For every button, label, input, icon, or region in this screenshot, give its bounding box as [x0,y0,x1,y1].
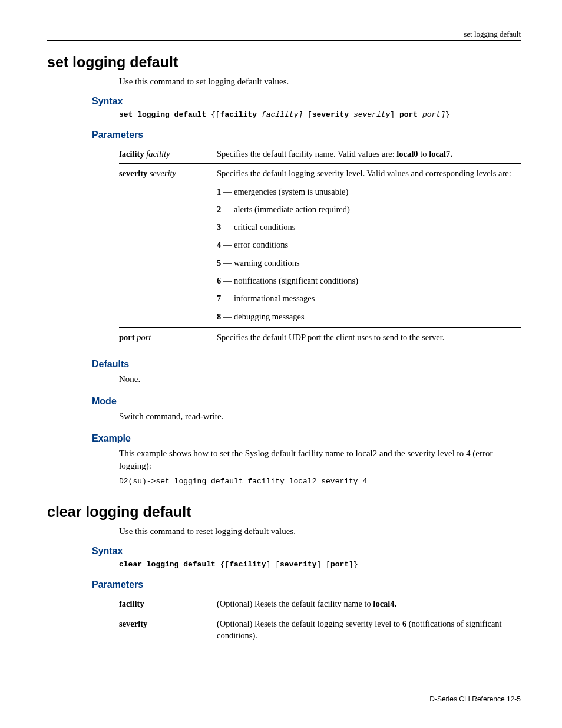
section1-intro: Use this command to set logging default … [119,77,521,87]
level-text: — notifications (significant conditions) [221,276,358,285]
desc-intro: Specifies the default logging severity l… [217,167,517,179]
desc-text: (Optional) Resets the default facility n… [217,599,373,608]
table-row: facility (Optional) Resets the default f… [119,594,521,614]
desc-bold: local0 [396,149,418,159]
syntax-mid2: ] [ [316,560,330,569]
level-text: — critical conditions [221,222,295,232]
list-item: 7 — informational messages [217,292,517,304]
param-desc-facility: Specifies the default facility name. Val… [217,144,521,164]
defaults-text: None. [119,373,521,386]
desc-text: (Optional) Resets the default logging se… [217,619,402,628]
table-row: severity (Optional) Resets the default l… [119,614,521,645]
parameters-table: facility (Optional) Resets the default f… [119,594,521,645]
syntax-mid2: ] [390,110,399,119]
param-label-bold: severity [119,169,147,178]
parameters-heading: Parameters [92,579,521,590]
syntax-cmd: clear logging default [119,560,216,569]
syntax-heading: Syntax [92,546,521,556]
param-name-severity: severity severity [119,164,217,328]
desc-text: Specifies the default facility name. Val… [217,149,396,159]
syntax-close: ]} [349,560,358,569]
syntax-mid1: ] [ [266,560,280,569]
header-running-title: set logging default [47,29,521,41]
param-name-severity: severity [119,614,217,645]
syntax-kw-port: port [399,110,418,119]
syntax-mid1: [ [303,110,312,119]
syntax-kw-severity: severity [280,560,316,569]
param-name-port: port port [119,327,217,347]
level-text: — debugging messages [221,312,304,321]
example-code: D2(su)->set logging default facility loc… [119,477,521,486]
defaults-heading: Defaults [92,359,521,370]
syntax-line: set logging default {[facility facility]… [119,110,521,119]
level-text: — emergencies (system is unusable) [221,187,348,196]
syntax-heading: Syntax [92,96,521,107]
syntax-close: } [445,110,450,119]
list-item: 1 — emergencies (system is unusable) [217,186,517,197]
desc-text: to [418,149,429,159]
table-row: facility facility Specifies the default … [119,144,521,164]
syntax-open: {[ [216,560,229,569]
level-text: — error conditions [221,240,288,249]
list-item: 4 — error conditions [217,239,517,251]
table-row: severity severity Specifies the default … [119,164,521,328]
example-text: This example shows how to set the Syslog… [119,447,521,472]
syntax-arg-severity: severity [349,110,390,119]
level-text: — alerts (immediate action required) [221,205,350,214]
param-desc-severity: (Optional) Resets the default logging se… [217,614,521,645]
param-label-bold: facility [119,599,144,608]
param-label-ital: facility [144,149,170,159]
param-label-ital: severity [147,169,176,178]
table-row: port port Specifies the default UDP port… [119,327,521,347]
param-label-bold: facility [119,149,144,159]
syntax-cmd: set logging default [119,110,206,119]
param-name-facility: facility [119,594,217,614]
syntax-kw-severity: severity [312,110,349,119]
syntax-open: {[ [206,110,220,119]
param-desc-facility: (Optional) Resets the default facility n… [217,594,521,614]
level-text: — warning conditions [221,258,299,268]
syntax-line: clear logging default {[facility] [sever… [119,560,521,569]
syntax-kw-facility: facility [229,560,266,569]
param-desc-port: Specifies the default UDP port the clien… [217,327,521,347]
param-label-ital: port [135,332,151,342]
severity-levels: 1 — emergencies (system is unusable) 2 —… [217,186,517,322]
section2-intro: Use this command to reset logging defaul… [119,526,521,536]
param-label-bold: port [119,332,135,342]
page-footer: D-Series CLI Reference 12-5 [429,695,521,703]
param-label-bold: severity [119,619,147,628]
list-item: 5 — warning conditions [217,257,517,269]
param-name-facility: facility facility [119,144,217,164]
syntax-arg-port: port] [418,110,445,119]
mode-text: Switch command, read-write. [119,410,521,423]
level-text: — informational messages [221,294,315,303]
parameters-heading: Parameters [92,130,521,140]
example-heading: Example [92,433,521,444]
desc-bold: local4. [373,599,396,608]
syntax-kw-port: port [330,560,349,569]
list-item: 2 — alerts (immediate action required) [217,203,517,215]
mode-heading: Mode [92,396,521,407]
syntax-arg-facility: facility] [257,110,303,119]
list-item: 8 — debugging messages [217,311,517,322]
section1-title: set logging default [47,54,521,71]
section2-title: clear logging default [47,503,521,521]
list-item: 3 — critical conditions [217,221,517,233]
desc-bold: local7. [429,149,452,159]
param-desc-severity: Specifies the default logging severity l… [217,164,521,328]
list-item: 6 — notifications (significant condition… [217,275,517,286]
syntax-kw-facility: facility [220,110,257,119]
parameters-table: facility facility Specifies the default … [119,144,521,347]
